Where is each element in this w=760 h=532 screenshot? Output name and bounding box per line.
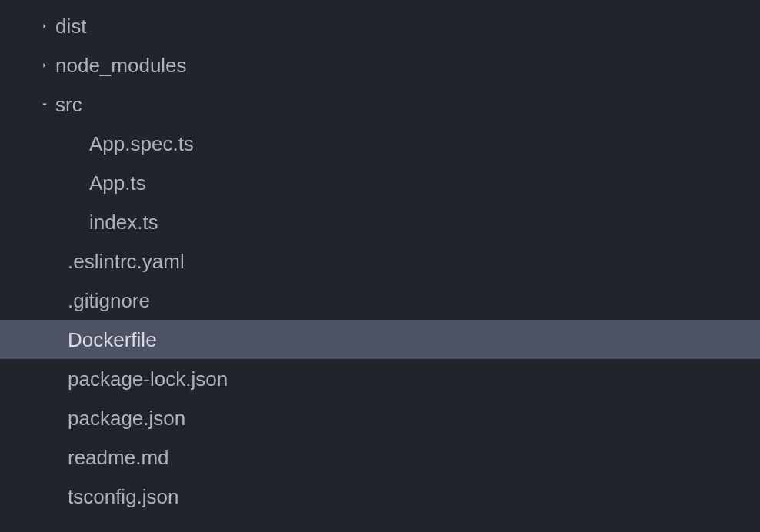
- tree-item-label: node_modules: [51, 55, 187, 75]
- tree-item-label: App.spec.ts: [85, 134, 194, 154]
- tree-folder-dist[interactable]: dist: [0, 6, 760, 45]
- tree-item-label: Dockerfile: [63, 330, 157, 350]
- tree-folder-src[interactable]: src: [0, 85, 760, 124]
- tree-item-label: src: [51, 95, 82, 115]
- tree-file-gitignore[interactable]: .gitignore: [0, 281, 760, 320]
- chevron-right-icon: [38, 59, 51, 71]
- tree-file-app-spec-ts[interactable]: App.spec.ts: [0, 124, 760, 163]
- file-explorer-tree: dist node_modules src App.spec.ts App.ts…: [0, 0, 760, 522]
- tree-item-label: package-lock.json: [63, 369, 228, 389]
- tree-item-label: dist: [51, 16, 86, 36]
- tree-file-package-lock-json[interactable]: package-lock.json: [0, 359, 760, 398]
- tree-item-label: package.json: [63, 408, 185, 428]
- tree-item-label: index.ts: [85, 212, 158, 232]
- tree-item-label: .eslintrc.yaml: [63, 251, 185, 271]
- tree-file-readme-md[interactable]: readme.md: [0, 437, 760, 477]
- tree-item-label: tsconfig.json: [63, 487, 179, 507]
- chevron-down-icon: [38, 98, 51, 111]
- chevron-right-icon: [38, 20, 51, 32]
- tree-file-app-ts[interactable]: App.ts: [0, 163, 760, 202]
- tree-file-tsconfig-json[interactable]: tsconfig.json: [0, 477, 760, 516]
- tree-file-index-ts[interactable]: index.ts: [0, 202, 760, 241]
- tree-item-label: .gitignore: [63, 291, 150, 311]
- tree-item-label: App.ts: [85, 173, 146, 193]
- tree-file-dockerfile[interactable]: Dockerfile: [0, 320, 760, 359]
- tree-file-eslintrc[interactable]: .eslintrc.yaml: [0, 241, 760, 281]
- tree-file-package-json[interactable]: package.json: [0, 398, 760, 437]
- tree-item-label: readme.md: [63, 447, 169, 467]
- tree-folder-node-modules[interactable]: node_modules: [0, 45, 760, 85]
